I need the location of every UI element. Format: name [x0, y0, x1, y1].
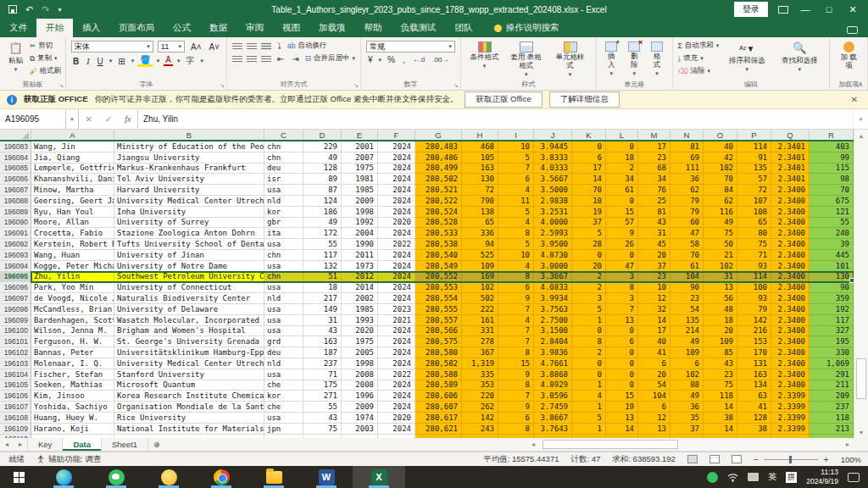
cell[interactable]: 2023: [378, 304, 415, 315]
cell[interactable]: 2.3400: [771, 282, 810, 293]
cell[interactable]: kor: [264, 207, 303, 218]
cell[interactable]: 28: [572, 239, 606, 250]
cell[interactable]: 81: [670, 141, 704, 152]
cell[interactable]: 1: [572, 402, 606, 413]
cell[interactable]: 186: [303, 207, 342, 218]
paste-button[interactable]: 📋 粘贴▾: [5, 41, 26, 74]
cell[interactable]: 0: [606, 358, 638, 369]
cell[interactable]: grd: [264, 336, 303, 347]
cell[interactable]: 0: [606, 250, 638, 261]
cell[interactable]: 3.1500: [534, 326, 572, 337]
cell[interactable]: 1998: [342, 358, 378, 369]
cell[interactable]: 2.3400: [771, 326, 810, 337]
learn-more-button[interactable]: 了解详细信息: [549, 92, 620, 108]
cell[interactable]: 7: [498, 391, 534, 402]
language-indicator[interactable]: 英: [768, 471, 776, 483]
cell[interactable]: 0: [606, 347, 638, 358]
cell[interactable]: 2024: [378, 185, 415, 196]
cell[interactable]: 71: [737, 250, 771, 261]
cell[interactable]: 2003: [342, 424, 378, 435]
cell[interactable]: 2008: [342, 369, 378, 380]
cell[interactable]: 43: [638, 218, 670, 229]
row-header[interactable]: 196088: [0, 196, 31, 207]
zoom-in-icon[interactable]: +: [823, 454, 828, 464]
insert-function-icon[interactable]: fx: [125, 114, 131, 124]
cell[interactable]: 336: [462, 228, 498, 239]
cell[interactable]: 40: [638, 336, 670, 347]
sheet-nav-right-icon[interactable]: ▸: [14, 438, 27, 451]
cell[interactable]: 280,555: [415, 304, 462, 315]
cell[interactable]: Bardenhagen, Scott: [31, 315, 114, 326]
cell[interactable]: 111: [670, 164, 704, 175]
cell[interactable]: 237: [810, 402, 854, 413]
cell[interactable]: 79: [670, 207, 704, 218]
cell[interactable]: 7: [498, 304, 534, 315]
cell[interactable]: University of Jinan: [114, 250, 264, 261]
cell[interactable]: 7: [498, 164, 534, 175]
cell[interactable]: 70: [810, 185, 854, 196]
cell[interactable]: 2021: [378, 315, 415, 326]
cell[interactable]: 57: [737, 174, 771, 185]
cell[interactable]: Moore, Allan: [31, 218, 114, 229]
row-header[interactable]: 196106: [0, 391, 31, 402]
row-header[interactable]: 196097: [0, 293, 31, 304]
cell[interactable]: 280,552: [415, 272, 462, 283]
clipboard-dialog-launcher-icon[interactable]: ↘: [58, 82, 64, 89]
taskbar-app-file-explorer[interactable]: [248, 466, 300, 488]
scroll-left-icon[interactable]: ◂: [527, 441, 539, 448]
cell[interactable]: 3.9500: [534, 239, 572, 250]
ribbon-tab-负载测试[interactable]: 负载测试: [392, 19, 446, 37]
cell[interactable]: National Institute for Materials Scien: [114, 424, 264, 435]
get-genuine-office-button[interactable]: 获取正版 Office: [465, 92, 542, 108]
cell[interactable]: 2.3400: [771, 380, 810, 391]
cell[interactable]: 327: [810, 326, 854, 337]
cell[interactable]: 335: [462, 369, 498, 380]
cell[interactable]: 4.7661: [534, 358, 572, 369]
cell[interactable]: 14: [704, 402, 737, 413]
cell[interactable]: 7: [606, 304, 638, 315]
row-header[interactable]: 196086: [0, 174, 31, 185]
cell[interactable]: 3.3667: [534, 272, 572, 283]
cell[interactable]: 2024: [378, 347, 415, 358]
cell[interactable]: 291: [810, 369, 854, 380]
cell[interactable]: 2024: [378, 207, 415, 218]
cell[interactable]: University of Connecticut: [114, 282, 264, 293]
ribbon-tab-加载项[interactable]: 加载项: [309, 19, 355, 37]
cell[interactable]: 81: [638, 207, 670, 218]
row-header[interactable]: 196108: [0, 413, 31, 424]
cell[interactable]: 169: [462, 272, 498, 283]
cell[interactable]: 3.9934: [534, 293, 572, 304]
cell[interactable]: 2005: [342, 347, 378, 358]
select-all-corner[interactable]: [0, 130, 31, 140]
cell[interactable]: Harano, Koji: [31, 424, 114, 435]
cell[interactable]: 91: [737, 152, 771, 164]
cell[interactable]: 54: [638, 380, 670, 391]
cell[interactable]: 2007: [342, 152, 378, 164]
sheet-tab-data[interactable]: Data: [63, 438, 102, 451]
insert-cells-button[interactable]: 插入▾: [602, 41, 621, 78]
cell[interactable]: 3.8868: [534, 369, 572, 380]
cell[interactable]: 21: [704, 250, 737, 261]
cell[interactable]: 0: [572, 369, 606, 380]
cell[interactable]: 502: [462, 293, 498, 304]
cell[interactable]: 6: [498, 174, 534, 185]
cell[interactable]: 280,607: [415, 402, 462, 413]
notification-center-icon[interactable]: [848, 473, 860, 482]
cell[interactable]: nld: [264, 196, 303, 207]
clear-button[interactable]: ⌫清除▾: [678, 66, 720, 76]
cell[interactable]: 2020: [378, 413, 415, 424]
cell[interactable]: 8: [498, 272, 534, 283]
cell[interactable]: 4.0333: [534, 164, 572, 175]
cell[interactable]: 2.3400: [771, 185, 810, 196]
cell[interactable]: 3.5000: [534, 185, 572, 196]
cell[interactable]: 49: [303, 218, 342, 229]
cell[interactable]: 240: [810, 228, 854, 239]
zoom-slider-thumb[interactable]: [789, 456, 792, 463]
cell[interactable]: 102: [670, 369, 704, 380]
cell[interactable]: 2.7459: [534, 402, 572, 413]
cell[interactable]: 49: [670, 391, 704, 402]
cell[interactable]: jpn: [264, 424, 303, 435]
cell[interactable]: Ministry of Education of the People's: [114, 141, 264, 152]
cell[interactable]: 5: [498, 239, 534, 250]
cell[interactable]: 2.7500: [534, 315, 572, 326]
